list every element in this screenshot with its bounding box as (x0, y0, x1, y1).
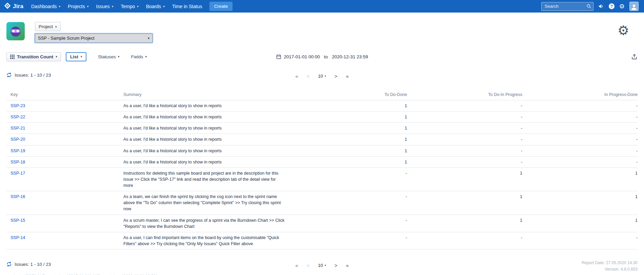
table-row: SSP-15 As a scrum master, I can see the … (6, 215, 638, 232)
cell-to-do-in-progress: - (407, 145, 522, 156)
project-scope-button[interactable]: Project ▾ (35, 22, 61, 31)
jira-logo[interactable]: Jira (4, 2, 23, 11)
project-header: Project ▾ SSP - Sample Scrum Project ▾ ⚙ (0, 13, 644, 43)
issue-key-link[interactable]: SSP-16 (11, 194, 25, 199)
pagination-prev[interactable]: < (306, 73, 309, 79)
cell-to-do-in-progress: - (407, 134, 522, 145)
user-avatar[interactable] (629, 2, 639, 11)
page-size-dropdown[interactable]: 10 ▾ (318, 263, 326, 268)
project-controls: Project ▾ SSP - Sample Scrum Project ▾ (35, 22, 153, 43)
refresh-icon[interactable] (6, 261, 12, 267)
column-header-to-do-done[interactable]: To Do-Done (313, 90, 407, 100)
cell-in-progress-done: - (522, 100, 638, 112)
nav-item-dashboards[interactable]: Dashboards▾ (27, 0, 64, 13)
issues-table: Key Summary To Do-Done To Do-In Progress… (6, 90, 638, 250)
issue-key-link[interactable]: SSP-20 (11, 137, 25, 142)
cell-to-do-done: 1 (313, 100, 407, 112)
nav-item-projects[interactable]: Projects▾ (64, 0, 92, 13)
issues-count-label: Issues: 1 - 10 / 23 (15, 73, 51, 78)
cell-to-do-done: 1 (313, 123, 407, 134)
column-header-in-progress-done[interactable]: In Progress-Done (522, 90, 638, 100)
table-header-row: Key Summary To Do-Done To Do-In Progress… (6, 90, 638, 100)
grid-icon (10, 55, 15, 59)
pagination-next[interactable]: > (335, 262, 338, 268)
column-header-to-do-in-progress[interactable]: To Do-In Progress (407, 90, 522, 100)
export-icon[interactable] (631, 54, 638, 60)
nav-item-time-in-status[interactable]: Time in Status (168, 0, 206, 13)
issue-summary: As a user, I'd like a historical story t… (123, 103, 286, 109)
toolbar: Transition Count ▾ List ▾ Statuses ▾ Fie… (0, 50, 644, 64)
table-row: SSP-21 As a user, I'd like a historical … (6, 123, 638, 134)
view-mode-button[interactable]: List ▾ (66, 52, 87, 61)
pagination-last[interactable]: » (346, 73, 349, 79)
toolbar-left: Transition Count ▾ List ▾ Statuses ▾ Fie… (6, 52, 147, 61)
cell-to-do-in-progress: - (407, 232, 522, 249)
navbar-search (541, 2, 593, 11)
help-icon[interactable]: ? (609, 3, 615, 9)
issue-summary: As a user, I'd like a historical story t… (123, 159, 286, 165)
issue-summary: As a scrum master, I can see the progres… (123, 217, 286, 230)
cell-in-progress-done: - (522, 156, 638, 168)
table-row: SSP-20 As a user, I'd like a historical … (6, 134, 638, 145)
cell-in-progress-done: - (522, 232, 638, 249)
transition-count-button[interactable]: Transition Count ▾ (6, 52, 61, 61)
chevron-down-icon: ▾ (145, 55, 147, 58)
cell-to-do-in-progress: - (407, 123, 522, 134)
issue-key-link[interactable]: SSP-22 (11, 115, 25, 119)
column-header-key[interactable]: Key (6, 90, 123, 100)
cell-to-do-done: - (313, 191, 407, 215)
issue-key-link[interactable]: SSP-14 (11, 235, 25, 240)
date-separator: to (324, 54, 328, 59)
pagination-last[interactable]: » (346, 262, 349, 268)
chevron-down-icon: ▾ (118, 55, 120, 58)
search-icon[interactable] (586, 4, 591, 9)
cell-to-do-in-progress: - (407, 156, 522, 168)
settings-gear-icon[interactable]: ⚙ (618, 24, 629, 37)
nav-item-issues[interactable]: Issues▾ (92, 0, 117, 13)
project-select[interactable]: SSP - Sample Scrum Project ▾ (35, 34, 153, 43)
table-row: SSP-17 Instructions for deleting this sa… (6, 168, 638, 191)
search-input[interactable] (541, 2, 593, 11)
issue-summary: As a user, I'd like a historical story t… (123, 125, 286, 131)
fields-dropdown[interactable]: Fields ▾ (131, 54, 147, 59)
cell-to-do-done: 1 (313, 134, 407, 145)
pagination-next[interactable]: > (335, 73, 338, 79)
pagination-first[interactable]: « (295, 73, 298, 79)
refresh-icon[interactable] (6, 72, 12, 78)
create-button[interactable]: Create (209, 2, 233, 11)
cell-to-do-in-progress: - (407, 112, 522, 123)
issues-count: Issues: 1 - 10 / 23 (6, 72, 51, 78)
pagination-prev[interactable]: < (306, 262, 309, 268)
jira-logo-icon (4, 2, 11, 11)
chevron-down-icon: ▾ (148, 36, 149, 40)
issues-count: Issues: 1 - 10 / 23 (6, 261, 51, 267)
cell-to-do-done: - (313, 232, 407, 249)
page-size-dropdown[interactable]: 10 ▾ (318, 74, 326, 79)
nav-item-boards[interactable]: Boards▾ (142, 0, 168, 13)
nav-item-tempo[interactable]: Tempo▾ (117, 0, 142, 13)
issues-count-label: Issues: 1 - 10 / 23 (15, 262, 51, 267)
table-row: SSP-18 As a user, I'd like a historical … (6, 156, 638, 168)
cell-to-do-in-progress: - (407, 100, 522, 112)
date-range[interactable]: 2017-01-01 00:00 to 2020-12-31 23:59 (276, 54, 368, 59)
chevron-down-icon: ▾ (87, 5, 89, 8)
pagination-first[interactable]: « (295, 262, 298, 268)
announcements-icon[interactable] (598, 3, 604, 9)
chevron-down-icon: ▾ (81, 55, 82, 58)
column-header-summary[interactable]: Summary (123, 90, 313, 100)
issue-key-link[interactable]: SSP-17 (11, 171, 25, 176)
statuses-dropdown[interactable]: Statuses ▾ (98, 54, 119, 59)
cell-to-do-done: 1 (313, 156, 407, 168)
cell-to-do-in-progress: 1 (407, 168, 522, 191)
chevron-down-icon: ▾ (59, 5, 61, 8)
gear-icon[interactable]: ⚙ (619, 3, 625, 9)
issue-key-link[interactable]: SSP-18 (11, 160, 25, 164)
issue-key-link[interactable]: SSP-23 (11, 103, 25, 108)
issue-key-link[interactable]: SSP-19 (11, 149, 25, 153)
table-row: SSP-14 As a user, I can find important i… (6, 232, 638, 249)
table-row: SSP-23 As a user, I'd like a historical … (6, 100, 638, 112)
issue-summary: As a user, I'd like a historical story t… (123, 114, 286, 120)
issue-key-link[interactable]: SSP-21 (11, 126, 25, 131)
chevron-down-icon: ▾ (325, 264, 326, 267)
issue-key-link[interactable]: SSP-15 (11, 218, 25, 223)
